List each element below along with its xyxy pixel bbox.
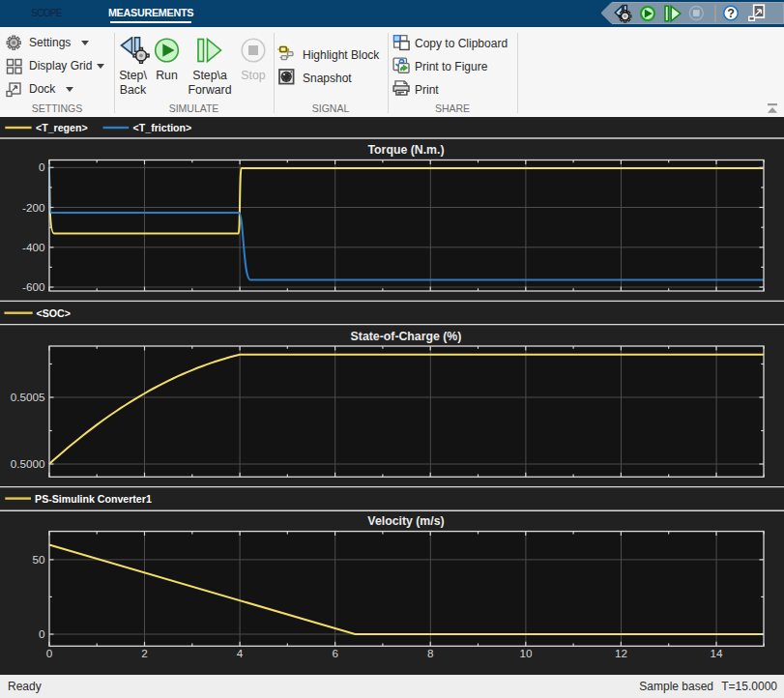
svg-text:14: 14 [711, 647, 724, 659]
svg-text:6: 6 [332, 647, 338, 659]
svg-text:State-of-Charge (%): State-of-Charge (%) [351, 330, 462, 343]
svg-text:Velocity (m/s): Velocity (m/s) [367, 514, 444, 528]
svg-text:-600: -600 [22, 280, 45, 293]
svg-text:0: 0 [39, 160, 45, 173]
svg-text:?: ? [727, 7, 735, 20]
svg-text:<SOC>: <SOC> [37, 307, 71, 319]
svg-text:<T_friction>: <T_friction> [133, 122, 192, 133]
svg-text:12: 12 [615, 647, 627, 659]
svg-text:4: 4 [237, 647, 244, 659]
svg-text:0.5000: 0.5000 [11, 457, 45, 470]
svg-text:0: 0 [39, 627, 45, 640]
svg-text:10: 10 [519, 647, 533, 659]
svg-text:0.5005: 0.5005 [11, 391, 45, 403]
svg-text:<T_regen>: <T_regen> [36, 122, 88, 133]
svg-text:8: 8 [427, 647, 434, 659]
svg-text:50: 50 [32, 553, 45, 566]
svg-text:-400: -400 [22, 241, 45, 253]
svg-text:Torque (N.m.): Torque (N.m.) [367, 143, 444, 157]
svg-text:PS-Simulink Converter1: PS-Simulink Converter1 [35, 493, 152, 505]
svg-text:-200: -200 [22, 201, 45, 214]
svg-text:0: 0 [46, 647, 53, 659]
svg-text:2: 2 [141, 647, 148, 659]
